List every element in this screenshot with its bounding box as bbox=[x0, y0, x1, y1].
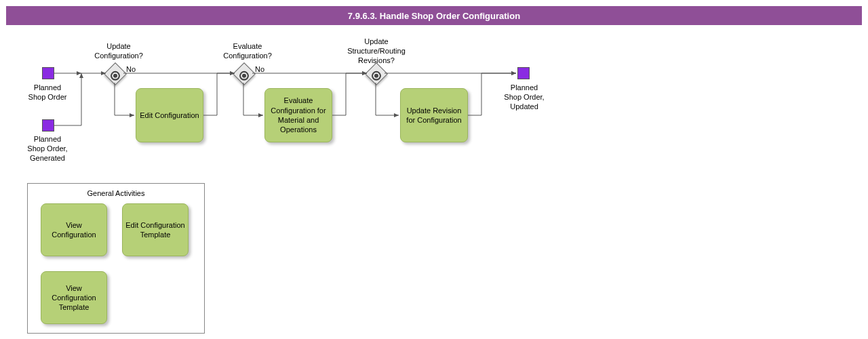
task-view-configuration-template[interactable]: View Configuration Template bbox=[41, 271, 107, 324]
end-event bbox=[517, 67, 530, 79]
task-edit-configuration-template[interactable]: Edit Configuration Template bbox=[122, 203, 189, 256]
start-event-1-label: Planned Shop Order bbox=[20, 83, 75, 102]
gateway-3-label: Update Structure/Routing Revisions? bbox=[339, 37, 414, 65]
gateway-1-no: No bbox=[126, 65, 146, 75]
task-evaluate-configuration[interactable]: Evaluate Configuration for Material and … bbox=[264, 88, 332, 142]
gateway-2-label: Evaluate Configuration? bbox=[214, 42, 281, 61]
start-event-2 bbox=[42, 119, 54, 132]
task-edit-configuration[interactable]: Edit Configuration bbox=[136, 88, 203, 142]
gateway-1 bbox=[104, 62, 127, 85]
task-view-configuration[interactable]: View Configuration bbox=[41, 203, 107, 256]
gateway-2-no: No bbox=[255, 65, 275, 75]
page-title: 7.9.6.3. Handle Shop Order Configuration bbox=[6, 6, 862, 25]
task-update-revision[interactable]: Update Revision for Configuration bbox=[400, 88, 468, 142]
group-title: General Activities bbox=[28, 189, 204, 197]
end-event-label: Planned Shop Order, Updated bbox=[497, 83, 551, 111]
gateway-2 bbox=[233, 62, 256, 85]
gateway-3 bbox=[365, 62, 388, 85]
gateway-1-label: Update Configuration? bbox=[85, 42, 153, 61]
start-event-2-label: Planned Shop Order, Generated bbox=[20, 135, 75, 163]
start-event-1 bbox=[42, 67, 54, 79]
